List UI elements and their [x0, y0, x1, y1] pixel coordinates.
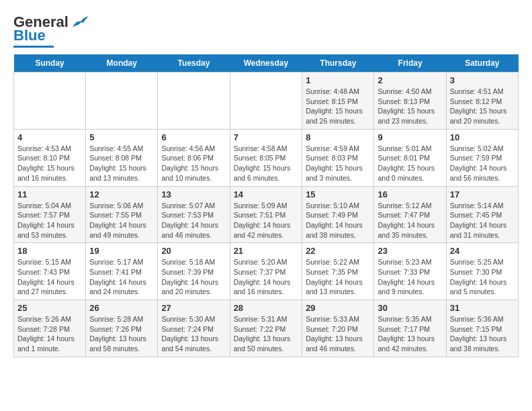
day-info: Sunrise: 4:55 AM Sunset: 8:08 PM Dayligh…: [89, 144, 154, 183]
day-number: 16: [378, 189, 442, 199]
calendar-cell: 19Sunrise: 5:17 AM Sunset: 7:41 PM Dayli…: [86, 243, 158, 300]
day-number: 30: [378, 303, 442, 313]
calendar-week-row: 4Sunrise: 4:53 AM Sunset: 8:10 PM Daylig…: [14, 129, 519, 186]
day-info: Sunrise: 4:56 AM Sunset: 8:06 PM Dayligh…: [161, 144, 226, 183]
day-number: 3: [450, 75, 515, 85]
calendar-cell: 29Sunrise: 5:33 AM Sunset: 7:20 PM Dayli…: [302, 300, 374, 357]
calendar-cell: 31Sunrise: 5:36 AM Sunset: 7:15 PM Dayli…: [446, 300, 518, 357]
calendar-week-row: 18Sunrise: 5:15 AM Sunset: 7:43 PM Dayli…: [14, 243, 519, 300]
day-header-monday: Monday: [86, 54, 158, 73]
day-info: Sunrise: 5:07 AM Sunset: 7:53 PM Dayligh…: [161, 201, 226, 240]
day-number: 14: [234, 189, 299, 199]
day-number: 2: [378, 75, 442, 85]
day-number: 11: [17, 189, 82, 199]
calendar-cell: [14, 73, 86, 130]
day-info: Sunrise: 5:28 AM Sunset: 7:26 PM Dayligh…: [89, 314, 154, 354]
calendar-cell: 17Sunrise: 5:14 AM Sunset: 7:45 PM Dayli…: [446, 186, 518, 243]
logo-bird-icon: [70, 15, 89, 30]
day-info: Sunrise: 5:06 AM Sunset: 7:55 PM Dayligh…: [89, 201, 154, 240]
calendar-cell: 26Sunrise: 5:28 AM Sunset: 7:26 PM Dayli…: [86, 300, 158, 357]
day-number: 17: [450, 189, 515, 199]
calendar-week-row: 11Sunrise: 5:04 AM Sunset: 7:57 PM Dayli…: [14, 186, 519, 243]
calendar-cell: 15Sunrise: 5:10 AM Sunset: 7:49 PM Dayli…: [302, 186, 374, 243]
calendar-week-row: 1Sunrise: 4:48 AM Sunset: 8:15 PM Daylig…: [14, 73, 519, 130]
day-info: Sunrise: 4:53 AM Sunset: 8:10 PM Dayligh…: [17, 144, 82, 183]
calendar-cell: 9Sunrise: 5:01 AM Sunset: 8:01 PM Daylig…: [374, 129, 446, 186]
day-info: Sunrise: 5:31 AM Sunset: 7:22 PM Dayligh…: [234, 314, 299, 354]
calendar-cell: 28Sunrise: 5:31 AM Sunset: 7:22 PM Dayli…: [230, 300, 302, 357]
day-info: Sunrise: 5:01 AM Sunset: 8:01 PM Dayligh…: [378, 144, 442, 183]
logo: General Blue: [13, 13, 89, 48]
day-info: Sunrise: 5:22 AM Sunset: 7:35 PM Dayligh…: [306, 257, 370, 297]
day-number: 12: [89, 189, 154, 199]
days-header-row: SundayMondayTuesdayWednesdayThursdayFrid…: [14, 54, 519, 73]
day-number: 1: [306, 75, 370, 85]
logo-blue: Blue: [13, 27, 46, 44]
day-number: 8: [306, 132, 370, 142]
day-info: Sunrise: 5:33 AM Sunset: 7:20 PM Dayligh…: [306, 314, 370, 354]
day-info: Sunrise: 5:25 AM Sunset: 7:30 PM Dayligh…: [450, 257, 515, 297]
day-info: Sunrise: 5:17 AM Sunset: 7:41 PM Dayligh…: [89, 257, 154, 297]
calendar-cell: 21Sunrise: 5:20 AM Sunset: 7:37 PM Dayli…: [230, 243, 302, 300]
calendar-cell: 25Sunrise: 5:26 AM Sunset: 7:28 PM Dayli…: [14, 300, 86, 357]
calendar-cell: 6Sunrise: 4:56 AM Sunset: 8:06 PM Daylig…: [158, 129, 230, 186]
calendar-cell: 5Sunrise: 4:55 AM Sunset: 8:08 PM Daylig…: [86, 129, 158, 186]
day-header-wednesday: Wednesday: [230, 54, 302, 73]
calendar-cell: 27Sunrise: 5:30 AM Sunset: 7:24 PM Dayli…: [158, 300, 230, 357]
calendar-cell: 10Sunrise: 5:02 AM Sunset: 7:59 PM Dayli…: [446, 129, 518, 186]
day-number: 9: [378, 132, 442, 142]
day-number: 7: [234, 132, 299, 142]
day-info: Sunrise: 4:59 AM Sunset: 8:03 PM Dayligh…: [306, 144, 370, 183]
day-number: 19: [89, 246, 154, 256]
day-header-friday: Friday: [374, 54, 446, 73]
calendar-cell: 24Sunrise: 5:25 AM Sunset: 7:30 PM Dayli…: [446, 243, 518, 300]
calendar-cell: 8Sunrise: 4:59 AM Sunset: 8:03 PM Daylig…: [302, 129, 374, 186]
day-info: Sunrise: 4:50 AM Sunset: 8:13 PM Dayligh…: [378, 87, 442, 126]
calendar-cell: 13Sunrise: 5:07 AM Sunset: 7:53 PM Dayli…: [158, 186, 230, 243]
day-info: Sunrise: 5:15 AM Sunset: 7:43 PM Dayligh…: [17, 257, 82, 297]
day-header-saturday: Saturday: [446, 54, 518, 73]
calendar-cell: 14Sunrise: 5:09 AM Sunset: 7:51 PM Dayli…: [230, 186, 302, 243]
day-number: 23: [378, 246, 442, 256]
day-info: Sunrise: 5:35 AM Sunset: 7:17 PM Dayligh…: [378, 314, 442, 354]
day-number: 21: [234, 246, 299, 256]
day-info: Sunrise: 5:12 AM Sunset: 7:47 PM Dayligh…: [378, 201, 442, 240]
calendar-cell: 7Sunrise: 4:58 AM Sunset: 8:05 PM Daylig…: [230, 129, 302, 186]
calendar-cell: 23Sunrise: 5:23 AM Sunset: 7:33 PM Dayli…: [374, 243, 446, 300]
day-number: 5: [89, 132, 154, 142]
calendar-cell: 12Sunrise: 5:06 AM Sunset: 7:55 PM Dayli…: [86, 186, 158, 243]
day-number: 25: [17, 303, 82, 313]
calendar-cell: [158, 73, 230, 130]
day-number: 10: [450, 132, 515, 142]
day-info: Sunrise: 4:51 AM Sunset: 8:12 PM Dayligh…: [450, 87, 515, 126]
calendar-cell: 11Sunrise: 5:04 AM Sunset: 7:57 PM Dayli…: [14, 186, 86, 243]
calendar-cell: 16Sunrise: 5:12 AM Sunset: 7:47 PM Dayli…: [374, 186, 446, 243]
day-number: 24: [450, 246, 515, 256]
day-info: Sunrise: 5:26 AM Sunset: 7:28 PM Dayligh…: [17, 314, 82, 354]
calendar-week-row: 25Sunrise: 5:26 AM Sunset: 7:28 PM Dayli…: [14, 300, 519, 357]
day-number: 22: [306, 246, 370, 256]
day-number: 20: [161, 246, 226, 256]
day-header-thursday: Thursday: [302, 54, 374, 73]
day-info: Sunrise: 5:18 AM Sunset: 7:39 PM Dayligh…: [161, 257, 226, 297]
day-header-sunday: Sunday: [14, 54, 86, 73]
day-info: Sunrise: 5:04 AM Sunset: 7:57 PM Dayligh…: [17, 201, 82, 240]
day-info: Sunrise: 5:30 AM Sunset: 7:24 PM Dayligh…: [161, 314, 226, 354]
logo-underline: [13, 46, 54, 48]
day-number: 6: [161, 132, 226, 142]
day-info: Sunrise: 4:58 AM Sunset: 8:05 PM Dayligh…: [234, 144, 299, 183]
calendar-cell: 2Sunrise: 4:50 AM Sunset: 8:13 PM Daylig…: [374, 73, 446, 130]
day-info: Sunrise: 5:23 AM Sunset: 7:33 PM Dayligh…: [378, 257, 442, 297]
calendar-cell: 3Sunrise: 4:51 AM Sunset: 8:12 PM Daylig…: [446, 73, 518, 130]
day-number: 29: [306, 303, 370, 313]
day-info: Sunrise: 4:48 AM Sunset: 8:15 PM Dayligh…: [306, 87, 370, 126]
calendar-cell: [230, 73, 302, 130]
day-info: Sunrise: 5:02 AM Sunset: 7:59 PM Dayligh…: [450, 144, 515, 183]
day-number: 18: [17, 246, 82, 256]
calendar-cell: 22Sunrise: 5:22 AM Sunset: 7:35 PM Dayli…: [302, 243, 374, 300]
day-info: Sunrise: 5:20 AM Sunset: 7:37 PM Dayligh…: [234, 257, 299, 297]
day-number: 26: [89, 303, 154, 313]
day-info: Sunrise: 5:09 AM Sunset: 7:51 PM Dayligh…: [234, 201, 299, 240]
calendar-cell: 20Sunrise: 5:18 AM Sunset: 7:39 PM Dayli…: [158, 243, 230, 300]
calendar-cell: 30Sunrise: 5:35 AM Sunset: 7:17 PM Dayli…: [374, 300, 446, 357]
